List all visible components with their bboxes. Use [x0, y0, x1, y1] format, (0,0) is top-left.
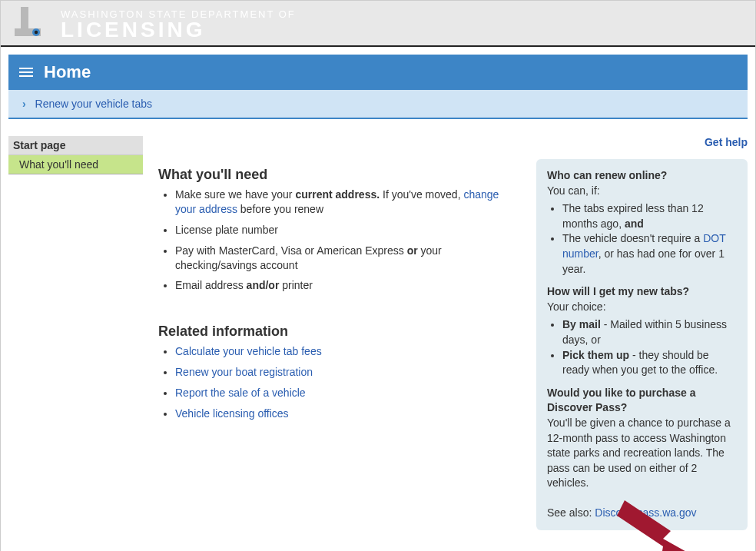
list-item: License plate number	[175, 223, 521, 237]
menu-icon[interactable]	[19, 68, 33, 77]
breadcrumb: › Renew your vehicle tabs	[8, 90, 748, 119]
chevron-right-icon: ›	[22, 98, 26, 110]
info-box: Who can renew online? You can, if: The t…	[536, 159, 748, 530]
need-list: Make sure we have your current address. …	[158, 188, 521, 293]
renew-boat-link[interactable]: Renew your boat registration	[175, 366, 313, 378]
page-title: Home	[44, 62, 91, 82]
list-item: Renew your boat registration	[175, 365, 521, 380]
discover-pass-heading: Would you like to purchase a Discover Pa…	[547, 386, 737, 416]
who-renew-heading: Who can renew online?	[547, 168, 737, 184]
who-intro: You can, if:	[547, 184, 737, 199]
how-intro: Your choice:	[547, 300, 737, 315]
list-item: Email address and/or printer	[175, 278, 521, 293]
list-item: Calculate your vehicle tab fees	[175, 344, 521, 359]
dept-title: LICENSING	[61, 20, 296, 39]
svg-point-3	[35, 31, 38, 34]
title-bar: Home	[8, 55, 748, 90]
header-bar: WASHINGTON STATE DEPARTMENT OF LICENSING	[1, 1, 755, 45]
report-sale-link[interactable]: Report the sale of a vehicle	[175, 387, 306, 399]
list-item: The tabs expired less than 12 months ago…	[562, 201, 737, 231]
leftnav-item-need[interactable]: What you'll need	[8, 155, 143, 174]
calc-tab-fees-link[interactable]: Calculate your vehicle tab fees	[175, 345, 322, 357]
list-item: The vehicle doesn't require a DOT number…	[562, 231, 737, 277]
list-item: Pick them up - they should be ready when…	[562, 348, 737, 378]
left-nav: Start page What you'll need	[8, 136, 143, 530]
see-also: See also: Discoverpass.wa.gov	[547, 506, 737, 521]
discover-pass-link[interactable]: Discoverpass.wa.gov	[595, 506, 696, 519]
need-heading: What you'll need	[158, 167, 521, 183]
licensing-offices-link[interactable]: Vehicle licensing offices	[175, 407, 289, 420]
list-item: Pay with MasterCard, Visa or American Ex…	[175, 244, 521, 273]
leftnav-heading: Start page	[8, 136, 143, 155]
main-column: What you'll need Make sure we have your …	[158, 136, 521, 530]
right-column: Get help Who can renew online? You can, …	[536, 136, 748, 530]
related-heading: Related information	[158, 324, 521, 340]
list-item: Report the sale of a vehicle	[175, 386, 521, 400]
list-item: By mail - Mailed within 5 business days,…	[562, 317, 737, 347]
discover-pass-body: You'll be given a chance to purchase a 1…	[547, 416, 737, 491]
get-help-link[interactable]: Get help	[536, 136, 748, 148]
header-title: WASHINGTON STATE DEPARTMENT OF LICENSING	[61, 8, 296, 39]
button-row: Cancel Start	[1, 538, 755, 551]
list-item: Make sure we have your current address. …	[175, 188, 521, 217]
how-tabs-heading: How will I get my new tabs?	[547, 284, 737, 300]
dol-logo-icon	[15, 7, 51, 41]
list-item: Vehicle licensing offices	[175, 407, 521, 421]
breadcrumb-link[interactable]: Renew your vehicle tabs	[35, 98, 153, 110]
related-list: Calculate your vehicle tab fees Renew yo…	[158, 344, 521, 421]
